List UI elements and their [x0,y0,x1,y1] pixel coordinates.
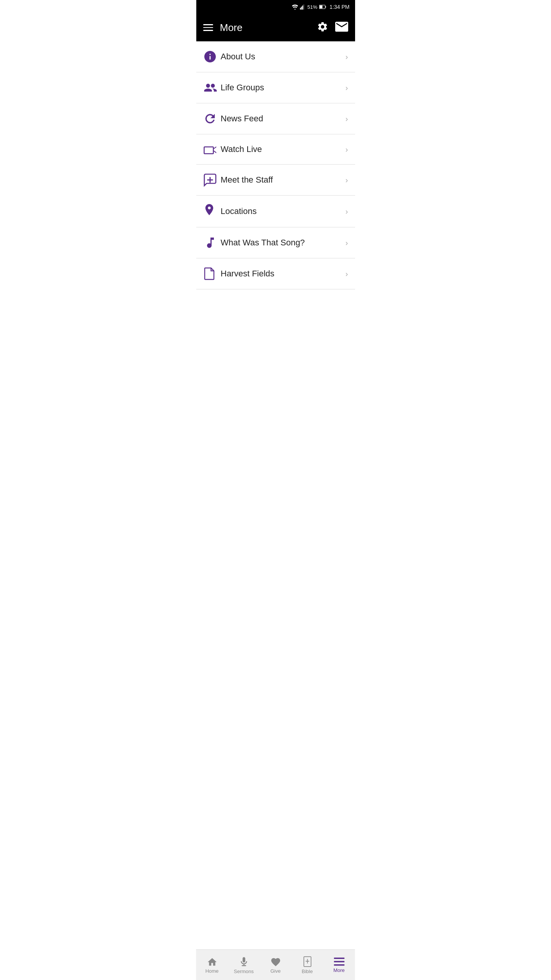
refresh-icon [203,112,221,126]
pin-icon [203,204,221,219]
menu-label-locations: Locations [221,206,346,216]
menu-label-life-groups: Life Groups [221,83,346,93]
video-icon [203,143,221,156]
menu-item-news-feed[interactable]: News Feed › [196,103,355,134]
svg-rect-3 [303,5,304,10]
menu-item-what-was-that-song[interactable]: What Was That Song? › [196,227,355,258]
header-right [317,21,348,34]
music-icon [203,236,221,250]
svg-rect-5 [326,6,326,8]
menu-label-watch-live: Watch Live [221,144,346,154]
menu-item-harvest-fields[interactable]: Harvest Fields › [196,258,355,289]
chevron-right-icon: › [346,114,348,123]
svg-rect-2 [302,6,303,10]
chevron-right-icon: › [346,238,348,247]
wifi-icon [292,4,298,10]
menu-label-meet-the-staff: Meet the Staff [221,175,346,185]
chevron-right-icon: › [346,270,348,278]
menu-item-watch-live[interactable]: Watch Live › [196,134,355,165]
info-icon [203,50,221,64]
header: More [196,14,355,41]
status-icons: 51% 1:34 PM [292,4,349,10]
menu-item-locations[interactable]: Locations › [196,196,355,227]
header-title: More [220,22,243,34]
chat-cross-icon [203,173,221,187]
document-icon [203,267,221,281]
chevron-right-icon: › [346,83,348,92]
menu-list: About Us › Life Groups › News Feed › Wat… [196,41,355,289]
menu-item-meet-the-staff[interactable]: Meet the Staff › [196,165,355,196]
chevron-right-icon: › [346,145,348,154]
status-time: 1:34 PM [329,4,349,10]
battery-icon [319,5,326,9]
menu-label-news-feed: News Feed [221,114,346,124]
hamburger-menu-button[interactable] [203,24,213,31]
chevron-right-icon: › [346,207,348,216]
svg-rect-1 [301,7,302,10]
people-icon [203,81,221,95]
menu-label-about-us: About Us [221,52,346,62]
chevron-right-icon: › [346,176,348,185]
battery-level: 51% [307,4,317,10]
chevron-right-icon: › [346,52,348,61]
settings-button[interactable] [317,21,328,34]
menu-label-what-was-that-song: What Was That Song? [221,238,346,248]
signal-icon [300,4,305,10]
svg-rect-6 [320,5,323,8]
menu-item-about-us[interactable]: About Us › [196,41,355,72]
messages-button[interactable] [335,21,348,34]
status-bar: 51% 1:34 PM [196,0,355,14]
svg-rect-0 [300,8,301,10]
header-left: More [203,22,243,34]
menu-label-harvest-fields: Harvest Fields [221,269,346,279]
menu-item-life-groups[interactable]: Life Groups › [196,72,355,103]
